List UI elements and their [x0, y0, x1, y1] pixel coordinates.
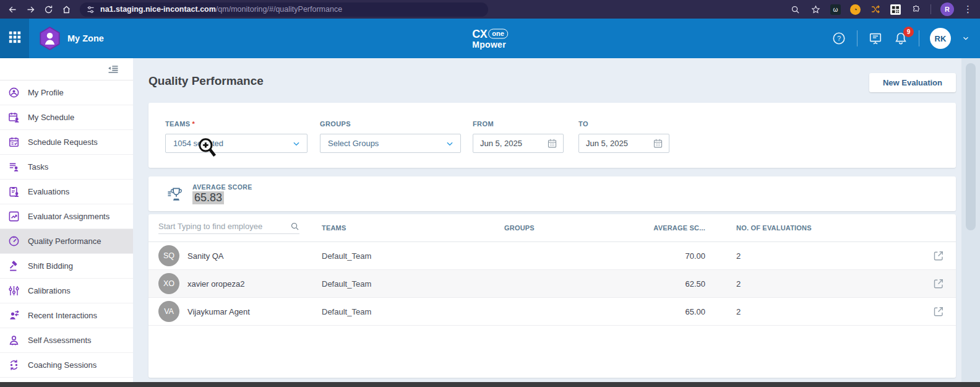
sidebar-item-label: Schedule Requests	[28, 137, 98, 147]
from-date-input[interactable]: Jun 5, 2025	[473, 134, 564, 153]
bookmark-star-icon[interactable]	[810, 4, 821, 15]
employee-average-score: 70.00	[616, 251, 705, 261]
to-label: TO	[578, 120, 669, 128]
app-header: My Zone CX one Mpower ? 9 RK	[0, 19, 980, 58]
sidebar-item[interactable]: Self Assessments	[0, 328, 133, 353]
back-icon[interactable]	[6, 3, 19, 15]
taskbar-edge	[0, 382, 980, 387]
logo-one-bubble: one	[488, 29, 508, 39]
user-avatar[interactable]: RK	[930, 28, 951, 49]
calendar-icon[interactable]	[653, 138, 663, 149]
sidebar-header	[0, 58, 133, 80]
employee-average-score: 65.00	[616, 307, 705, 316]
recent-interactions-icon	[8, 310, 20, 321]
home-icon[interactable]	[60, 3, 72, 15]
column-header-evaluations: NO. OF EVALUATIONS	[705, 224, 854, 232]
site-settings-icon[interactable]	[86, 5, 95, 14]
from-date-value: Jun 5, 2025	[480, 139, 547, 148]
employee-avatar: SQ	[158, 245, 179, 266]
sidebar-item[interactable]: Calibrations	[0, 279, 133, 303]
my-zone-hexagon-icon	[39, 27, 61, 50]
extensions-puzzle-icon[interactable]	[910, 4, 921, 15]
sidebar-item[interactable]: Recent Interactions	[0, 303, 133, 328]
header-actions: ? 9 RK	[832, 28, 980, 49]
forward-icon[interactable]	[24, 3, 37, 15]
collapse-sidebar-icon[interactable]	[107, 63, 119, 76]
open-details-icon[interactable]	[932, 250, 945, 262]
employee-table: TEAMS GROUPS AVERAGE SC... NO. OF EVALUA…	[148, 214, 956, 378]
sidebar-nav: My Profile My Schedule Schedule Requests…	[0, 80, 133, 378]
extension-icon-1[interactable]: ω	[830, 4, 841, 15]
sidebar-item-label: My Schedule	[28, 113, 74, 122]
sidebar-item[interactable]: Quality Performance	[0, 229, 133, 254]
header-divider	[919, 30, 919, 46]
notification-badge: 9	[903, 27, 914, 37]
sidebar-item[interactable]: Evaluator Assignments	[0, 204, 133, 229]
open-details-icon[interactable]	[932, 277, 945, 290]
to-date-input[interactable]: Jun 5, 2025	[578, 134, 669, 153]
page-scrollbar[interactable]	[961, 58, 980, 382]
coaching-sessions-icon	[8, 359, 20, 371]
employee-name: xavier oropeza2	[187, 279, 245, 289]
url-path: /qm/monitoring/#/qualityPerformance	[216, 5, 342, 14]
filters-panel: TEAMS* 1054 selected GROUPS Select Group…	[148, 103, 956, 168]
employee-name: Sanity QA	[187, 251, 224, 261]
sidebar-item-label: Quality Performance	[28, 237, 101, 246]
url-host: na1.staging.nice-incontact.com	[100, 5, 216, 14]
sidebar-item[interactable]: Evaluations	[0, 180, 133, 204]
sidebar-item[interactable]: Schedule Requests	[0, 130, 133, 155]
screen: na1.staging.nice-incontact.com/qm/monito…	[0, 0, 980, 387]
scrollbar-thumb[interactable]	[966, 63, 976, 230]
dashboard-board-icon[interactable]	[868, 31, 883, 46]
column-header-average-score: AVERAGE SC...	[616, 224, 705, 232]
sidebar-item[interactable]: My Profile	[0, 80, 133, 105]
shift-bidding-icon	[8, 260, 20, 272]
search-icon	[290, 222, 299, 231]
employee-search-input[interactable]	[158, 222, 290, 231]
product-title: My Zone	[67, 33, 104, 43]
column-header-teams: TEAMS	[322, 224, 504, 232]
svg-text:?: ?	[837, 35, 841, 42]
open-details-icon[interactable]	[932, 305, 945, 318]
table-row[interactable]: VA Vijaykumar Agent Default_Team 65.00 2	[148, 298, 956, 326]
sidebar-item[interactable]: My Schedule	[0, 105, 133, 130]
sidebar-item[interactable]: Shift Bidding	[0, 254, 133, 279]
calendar-icon[interactable]	[547, 138, 557, 149]
table-row[interactable]: SQ Sanity QA Default_Team 70.00 2	[148, 242, 956, 270]
chevron-down-icon	[292, 139, 301, 148]
table-body: SQ Sanity QA Default_Team 70.00 2 XO	[148, 242, 956, 326]
app-launcher-button[interactable]	[0, 19, 29, 58]
profile-icon	[8, 87, 20, 98]
browser-menu-icon[interactable]: ⋮	[963, 4, 973, 15]
sidebar-item[interactable]: Coaching Sessions	[0, 353, 133, 378]
employee-avatar: XO	[158, 273, 179, 294]
extension-icon-2[interactable]: ◔	[850, 4, 861, 15]
employee-name: Vijaykumar Agent	[187, 307, 250, 316]
groups-select[interactable]: Select Groups	[320, 134, 461, 153]
employee-team: Default_Team	[322, 279, 504, 289]
employee-average-score: 62.50	[616, 279, 705, 289]
sidebar-item-label: Shift Bidding	[28, 261, 73, 271]
self-assessments-icon	[8, 334, 20, 346]
sidebar-item[interactable]: Tasks	[0, 155, 133, 180]
help-icon[interactable]: ?	[832, 31, 846, 46]
browser-profile-avatar[interactable]: R	[940, 2, 954, 16]
reload-icon[interactable]	[42, 3, 54, 15]
table-row[interactable]: XO xavier oropeza2 Default_Team 62.50 2	[148, 270, 956, 298]
calibrations-icon	[8, 285, 20, 297]
trophy-ranking-icon	[167, 186, 184, 202]
user-menu-chevron-icon[interactable]	[961, 34, 970, 43]
teams-select[interactable]: 1054 selected	[165, 134, 307, 153]
employee-avatar: VA	[158, 301, 179, 322]
address-bar[interactable]: na1.staging.nice-incontact.com/qm/monito…	[80, 2, 488, 17]
new-evaluation-button[interactable]: New Evaluation	[869, 73, 956, 92]
zoom-lens-icon[interactable]	[789, 4, 801, 15]
table-header-row: TEAMS GROUPS AVERAGE SC... NO. OF EVALUA…	[148, 214, 956, 242]
extension-shuffle-icon[interactable]	[870, 4, 881, 15]
extension-qr-icon[interactable]	[890, 4, 901, 15]
browser-chrome: na1.staging.nice-incontact.com/qm/monito…	[0, 0, 980, 19]
employee-search[interactable]	[158, 222, 299, 234]
notifications-bell-icon[interactable]: 9	[893, 31, 908, 46]
average-score-panel: AVERAGE SCORE 65.83	[148, 176, 956, 211]
sidebar-item-label: My Profile	[28, 88, 64, 97]
